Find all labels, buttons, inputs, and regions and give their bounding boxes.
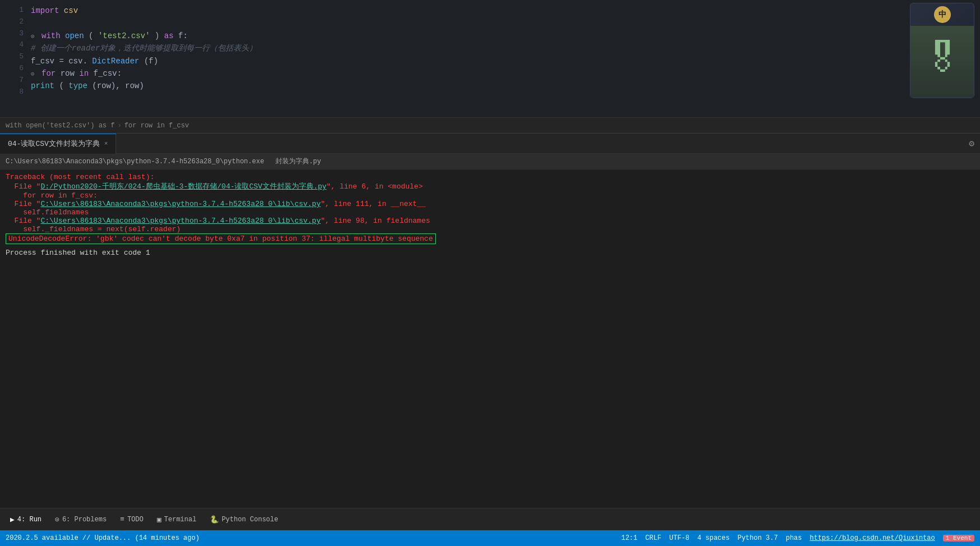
traceback-code1: for row in f_csv: xyxy=(6,191,974,200)
event-badge: 1 Event xyxy=(943,535,974,542)
gutter-icon-6: ⊙ xyxy=(31,71,35,77)
run-output: Traceback (most recent call last): File … xyxy=(0,169,980,260)
traceback-link2[interactable]: C:\Users\86183\Anaconda3\pkgs\python-3.7… xyxy=(40,200,320,208)
main-layout: △1 中 🎖 1 2 3 4 5 6 7 8 import xyxy=(0,0,980,530)
breadcrumb-part2: for row in f_csv xyxy=(125,122,189,130)
code-line-4: # 创建一个reader对象，迭代时能够提取到每一行（包括表头） xyxy=(31,42,980,54)
breadcrumb-bar: with open('test2.csv') as f › for row in… xyxy=(0,118,980,134)
traceback-file2: File "C:\Users\86183\Anaconda3\pkgs\pyth… xyxy=(6,200,974,208)
traceback-file1: File "D:/Python2020-千明东/024-爬虫基础-3-数据存储/… xyxy=(6,181,974,191)
python-console-btn[interactable]: 🐍 Python Console xyxy=(204,513,284,526)
error-message: UnicodeDecodeError: 'gbk' codec can't de… xyxy=(6,233,974,244)
branch-status: phas xyxy=(786,534,802,542)
status-right: 12:1 CRLF UTF-8 4 spaces Python 3.7 phas… xyxy=(621,534,974,542)
func-dictreader: DictReader xyxy=(92,57,139,66)
todo-icon: ≡ xyxy=(120,515,125,524)
keyword-import: import xyxy=(31,6,59,15)
python-ver-status: Python 3.7 xyxy=(738,534,778,542)
keyword-in: in xyxy=(79,69,89,78)
process-path: C:\Users\86183\Anaconda3\pkgs\python-3.7… xyxy=(6,158,264,166)
terminal-label: Terminal xyxy=(164,516,197,524)
tab-close-btn[interactable]: × xyxy=(104,140,108,147)
str-test2csv: 'test2.csv' xyxy=(98,31,150,40)
todo-label: TODO xyxy=(127,516,144,524)
script-name: 封装为字典.py xyxy=(275,157,321,166)
problems-label: 6: Problems xyxy=(62,516,107,524)
run-header: C:\Users\86183\Anaconda3\pkgs\python-3.7… xyxy=(0,154,980,169)
traceback-header: Traceback (most recent call last): xyxy=(6,173,974,181)
keyword-as: as xyxy=(164,31,174,40)
problems-btn[interactable]: ⊙ 6: Problems xyxy=(49,513,112,526)
func-open: open xyxy=(65,31,84,40)
settings-icon[interactable]: ⚙ xyxy=(969,138,974,149)
exit-message: Process finished with exit code 1 xyxy=(6,249,974,257)
traceback-code3: self._fieldnames = next(self.reader) xyxy=(6,225,974,233)
python-console-icon: 🐍 xyxy=(210,515,219,524)
avatar-badge: 中 xyxy=(934,6,951,23)
traceback-link3[interactable]: C:\Users\86183\Anaconda3\pkgs\python-3.7… xyxy=(40,217,320,225)
crlf-status: CRLF xyxy=(645,534,661,542)
charset-status: UTF-8 xyxy=(669,534,689,542)
code-line-8 xyxy=(31,93,980,105)
terminal-icon: ▣ xyxy=(157,515,162,524)
module-csv: csv xyxy=(64,6,78,15)
keyword-with: with xyxy=(42,31,61,40)
line-numbers: 1 2 3 4 5 6 7 8 xyxy=(0,0,28,117)
tab-bar: 04-读取CSV文件封装为字典 × ⚙ xyxy=(0,134,980,154)
traceback-link1[interactable]: D:/Python2020-千明东/024-爬虫基础-3-数据存储/04-读取C… xyxy=(40,182,326,191)
tab-label: 04-读取CSV文件封装为字典 xyxy=(8,139,100,149)
run-icon: ▶ xyxy=(10,515,15,524)
keyword-for: for xyxy=(42,69,56,78)
terminal-btn[interactable]: ▣ Terminal xyxy=(151,513,202,526)
func-type: type xyxy=(68,81,88,90)
traceback-code2: self.fieldnames xyxy=(6,208,974,217)
status-left: 2020.2.5 available // Update... (14 minu… xyxy=(6,534,200,542)
editor-area: △1 中 🎖 1 2 3 4 5 6 7 8 import xyxy=(0,0,980,118)
comment-line: # 创建一个reader对象，迭代时能够提取到每一行（包括表头） xyxy=(31,44,257,53)
status-bar: 2020.2.5 available // Update... (14 minu… xyxy=(0,530,980,546)
code-line-1: import csv xyxy=(31,4,980,17)
breadcrumb-part1: with open('test2.csv') as f xyxy=(6,122,114,130)
traceback-file3: File "C:\Users\86183\Anaconda3\pkgs\pyth… xyxy=(6,217,974,225)
code-line-6: ⊙ for row in f_csv: xyxy=(31,67,980,80)
run-label: 4: Run xyxy=(17,516,42,524)
breadcrumb-sep: › xyxy=(117,122,121,130)
line-col-status: 12:1 xyxy=(621,534,637,542)
code-line-3: ⊙ with open ( 'test2.csv' ) as f: xyxy=(31,30,980,42)
code-line-2 xyxy=(31,17,980,29)
editor-content[interactable]: import csv ⊙ with open ( 'test2.csv' ) a… xyxy=(0,0,980,109)
terminal-panel: 04-读取CSV文件封装为字典 × ⚙ C:\Users\86183\Anaco… xyxy=(0,134,980,530)
avatar-card: 中 🎖 xyxy=(910,3,974,98)
func-print: print xyxy=(31,81,54,90)
problems-icon: ⊙ xyxy=(55,515,59,524)
tab-item-main[interactable]: 04-读取CSV文件封装为字典 × xyxy=(0,134,116,154)
url-status[interactable]: https://blog.csdn.net/Qiuxintao xyxy=(810,534,935,542)
run-btn[interactable]: ▶ 4: Run xyxy=(4,513,47,526)
event-count: 1 xyxy=(946,535,950,542)
spaces-status: 4 spaces xyxy=(697,534,730,542)
todo-btn[interactable]: ≡ TODO xyxy=(114,513,149,525)
bottom-toolbar: ▶ 4: Run ⊙ 6: Problems ≡ TODO ▣ Terminal… xyxy=(0,508,980,530)
python-version-status: 2020.2.5 available // Update... (14 minu… xyxy=(6,534,200,542)
event-label: Event xyxy=(953,535,972,542)
code-line-7: print ( type (row), row) xyxy=(31,80,980,92)
python-console-label: Python Console xyxy=(222,516,278,524)
gutter-icon-3: ⊙ xyxy=(31,33,35,40)
code-line-5: f_csv = csv. DictReader (f) xyxy=(31,55,980,67)
